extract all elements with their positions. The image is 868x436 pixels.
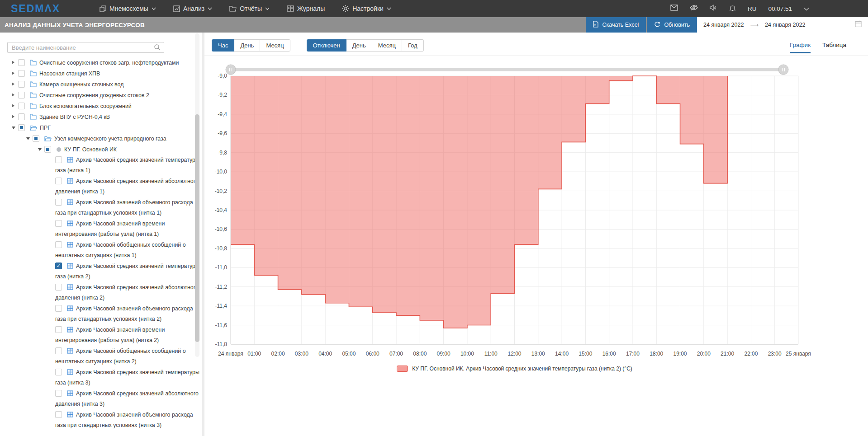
tree-item-label[interactable]: Архив Часовой средних значений абсолютно… <box>55 178 199 195</box>
tree-checkbox[interactable] <box>55 284 62 291</box>
tree-item-label[interactable]: Здание ВПУ с РУСН-0,4 кВ <box>39 114 110 120</box>
tree-item-label[interactable]: Архив Часовой значений объемного расхода… <box>55 412 193 428</box>
tree-checkbox[interactable] <box>55 369 62 375</box>
tree-item-label[interactable]: Архив Часовой значений объемного расхода… <box>55 199 193 216</box>
table-icon <box>67 178 73 187</box>
caret-expanded-icon[interactable] <box>12 123 18 132</box>
tree-node: Камера очищенных сточных вод <box>0 80 202 90</box>
interval-button-1[interactable]: Час <box>212 39 234 52</box>
tree-checkbox[interactable] <box>55 156 62 163</box>
tree-checkbox[interactable] <box>55 305 62 312</box>
caret-collapsed-icon[interactable] <box>12 58 18 67</box>
tree-checkbox[interactable] <box>55 241 62 248</box>
refresh-icon <box>654 21 660 28</box>
table-icon <box>67 305 73 314</box>
datazoom-left-handle[interactable] <box>226 65 236 75</box>
tree-checkbox[interactable] <box>18 70 25 77</box>
tree-checkbox[interactable] <box>18 113 25 120</box>
sound-icon[interactable] <box>710 5 717 13</box>
nav-item-4[interactable]: Журналы <box>287 5 325 12</box>
caret-collapsed-icon[interactable] <box>12 80 18 89</box>
tree-item-label[interactable]: Архив Часовой средних значений температу… <box>55 263 199 280</box>
legend-swatch[interactable] <box>397 366 408 372</box>
nav-item-5[interactable]: Настройки <box>342 5 391 12</box>
caret-collapsed-icon[interactable] <box>12 90 18 100</box>
y-axis-tick-label: -11,2 <box>215 284 228 290</box>
tree-item-label[interactable]: ПРГ <box>40 125 51 131</box>
tab-table[interactable]: Таблица <box>822 42 846 53</box>
table-icon <box>67 369 73 378</box>
tree-checkbox[interactable] <box>18 59 25 66</box>
datazoom-slider-track[interactable] <box>231 68 783 71</box>
tree-checkbox[interactable] <box>55 326 62 333</box>
tree-item-label[interactable]: Архив Часовой средних значений температу… <box>55 157 199 173</box>
tree-item-label[interactable]: Камера очищенных сточных вод <box>39 81 123 88</box>
top-navbar: SEDMΛX МнемосхемыАнализОтчётыЖурналыНаст… <box>0 0 868 17</box>
tree-checkbox[interactable] <box>55 411 62 418</box>
date-to-field[interactable]: 24 января 2022 <box>765 22 805 28</box>
circle-icon <box>56 146 62 155</box>
sidebar-scrollbar-thumb[interactable] <box>195 114 199 342</box>
tree-item-label[interactable]: Узел коммерческого учета природного газа <box>54 136 166 142</box>
mode-button-2[interactable]: День <box>346 39 372 52</box>
mode-button-4[interactable]: Год <box>402 39 424 52</box>
tree-item-label[interactable]: КУ ПГ. Основной ИК <box>64 146 117 153</box>
tree-node: Блок вспомогательных сооружений <box>0 101 202 112</box>
main-menu: МнемосхемыАнализОтчётыЖурналыНастройки <box>100 5 391 12</box>
tree-checkbox[interactable] <box>18 103 25 109</box>
date-range-picker[interactable]: 24 января 2022 ⟶ 24 января 2022 <box>697 17 868 33</box>
tree-item-label[interactable]: Архив Часовой средних значений абсолютно… <box>55 390 199 407</box>
tree-item-label[interactable]: Архив Часовой значений объемного расхода… <box>55 305 193 322</box>
tree-archive-item: Архив Часовой средних значений температу… <box>0 262 202 281</box>
tree-item-label[interactable]: Архив Часовой обобщенных сообщений о неш… <box>55 242 186 258</box>
nav-item-1[interactable]: Мнемосхемы <box>100 5 156 12</box>
tree-checkbox[interactable] <box>44 146 51 153</box>
interval-button-2[interactable]: День <box>234 39 260 52</box>
date-from-field[interactable]: 24 января 2022 <box>703 22 744 28</box>
user-menu-chevron-icon[interactable] <box>804 5 809 13</box>
tree-item-label[interactable]: Насосная станция ХПВ <box>39 70 100 77</box>
tree-checkbox[interactable] <box>55 390 62 397</box>
eye-off-icon[interactable] <box>690 5 698 13</box>
tree-item-label[interactable]: Архив Часовой средних значений температу… <box>55 369 199 386</box>
tree-checkbox[interactable] <box>55 220 62 227</box>
tree-checkbox[interactable] <box>55 347 62 354</box>
tree-item-label[interactable]: Блок вспомогательных сооружений <box>39 103 132 109</box>
caret-collapsed-icon[interactable] <box>12 101 18 111</box>
tab-chart[interactable]: График <box>790 42 811 53</box>
mode-button-3[interactable]: Месяц <box>372 39 402 52</box>
folder-icon <box>30 70 37 80</box>
interval-button-3[interactable]: Месяц <box>260 39 290 52</box>
mode-button-1[interactable]: Отключен <box>307 39 346 52</box>
caret-collapsed-icon[interactable] <box>12 112 18 122</box>
tree-checkbox[interactable] <box>55 263 62 269</box>
tree-checkbox[interactable] <box>18 124 25 131</box>
tree-item-label[interactable]: Архив Часовой средних значений абсолютно… <box>55 284 199 301</box>
tree-checkbox[interactable] <box>55 178 62 184</box>
tree-item-label[interactable]: Очистные сооружения дождевых стоков 2 <box>39 92 149 98</box>
y-axis-tick-label: -11,0 <box>215 264 228 271</box>
caret-expanded-icon[interactable] <box>26 134 33 143</box>
x-axis-tick-label: 20:00 <box>697 351 711 357</box>
download-excel-button[interactable]: x Скачать Excel <box>586 17 646 33</box>
datazoom-right-handle[interactable] <box>778 65 788 75</box>
tree-checkbox[interactable] <box>18 81 25 88</box>
search-input[interactable] <box>7 42 164 53</box>
tree-checkbox[interactable] <box>33 135 39 142</box>
nav-item-3[interactable]: Отчёты <box>229 5 270 12</box>
search-icon[interactable] <box>154 44 161 53</box>
x-axis-tick-label: 06:00 <box>366 351 379 357</box>
nav-item-2[interactable]: Анализ <box>173 5 212 12</box>
notifications-bell-icon[interactable] <box>729 5 736 13</box>
caret-collapsed-icon[interactable] <box>12 69 18 78</box>
tree-item-label[interactable]: Архив Часовой обобщенных сообщений о неш… <box>55 348 186 365</box>
caret-expanded-icon[interactable] <box>38 145 44 154</box>
refresh-button[interactable]: Обновить <box>647 17 697 33</box>
x-axis-tick-label: 17:00 <box>626 351 640 357</box>
calendar-icon[interactable] <box>855 20 862 29</box>
tree-checkbox[interactable] <box>55 199 62 206</box>
tree-item-label[interactable]: Очистные сооружения стоков загр. нефтепр… <box>39 60 179 66</box>
language-selector[interactable]: RU <box>748 5 757 12</box>
mail-icon[interactable] <box>670 5 678 13</box>
tree-checkbox[interactable] <box>18 92 25 98</box>
